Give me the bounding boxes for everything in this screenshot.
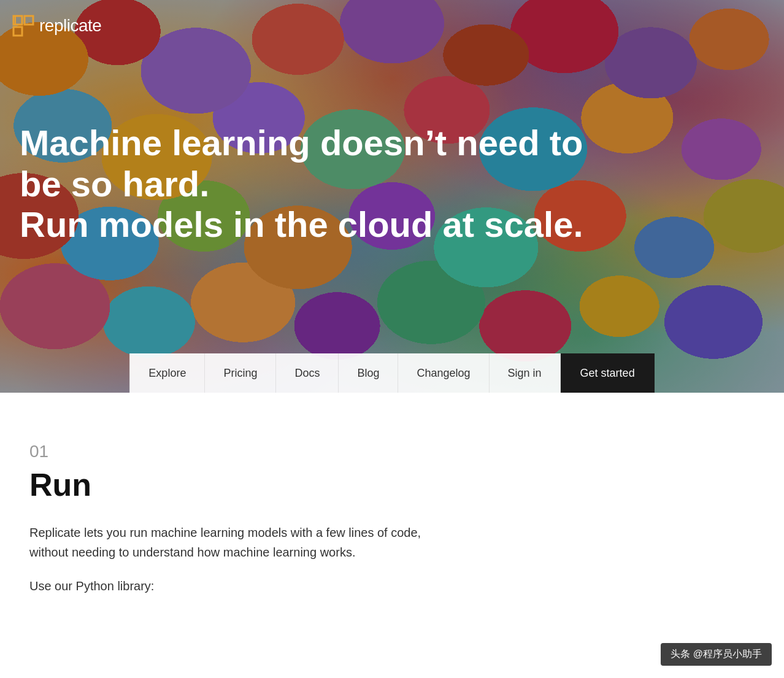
nav-item-docs[interactable]: Docs	[276, 353, 339, 393]
logo-text: replicate	[39, 16, 101, 36]
svg-rect-2	[25, 16, 33, 25]
nav-item-getstarted[interactable]: Get started	[561, 353, 655, 393]
hero-section: replicate Machine learning doesn’t need …	[0, 0, 784, 393]
svg-rect-1	[13, 27, 22, 36]
logo[interactable]: replicate	[12, 15, 101, 37]
navigation-bar: Explore Pricing Docs Blog Changelog Sign…	[0, 353, 784, 393]
step-sub-cta: Use our Python library:	[29, 579, 755, 593]
nav-item-signin[interactable]: Sign in	[490, 353, 561, 393]
content-section: 01 Run Replicate lets you run machine le…	[0, 393, 784, 630]
step-title: Run	[29, 466, 755, 503]
nav-item-changelog[interactable]: Changelog	[398, 353, 489, 393]
step-number: 01	[29, 442, 755, 461]
nav-item-blog[interactable]: Blog	[339, 353, 398, 393]
hero-headline: Machine learning doesn’t need to be so h…	[0, 123, 784, 245]
replicate-logo-icon	[12, 15, 34, 37]
hero-headline-text: Machine learning doesn’t need to be so h…	[20, 123, 633, 245]
step-description: Replicate lets you run machine learning …	[29, 523, 447, 562]
nav-item-pricing[interactable]: Pricing	[205, 353, 276, 393]
nav-item-explore[interactable]: Explore	[129, 353, 205, 393]
